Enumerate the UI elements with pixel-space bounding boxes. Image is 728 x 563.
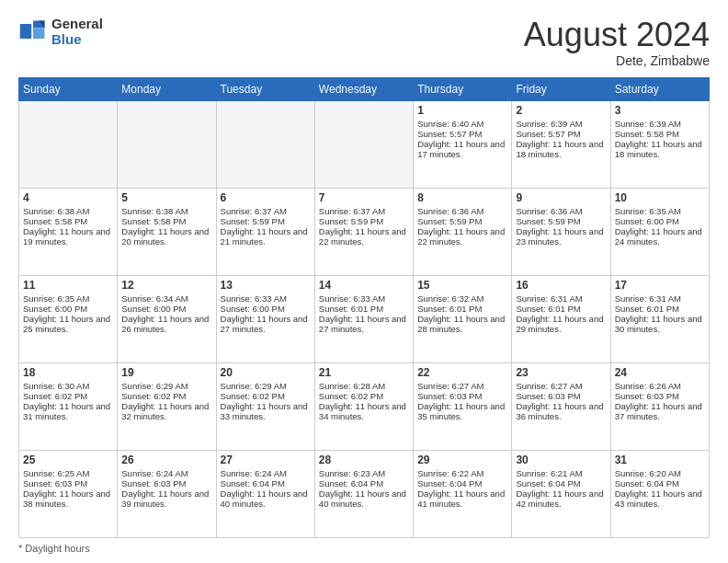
sunrise-text: Sunrise: 6:28 AM (319, 381, 409, 391)
calendar-cell: 20Sunrise: 6:29 AMSunset: 6:02 PMDayligh… (216, 362, 314, 450)
sunset-text: Sunset: 5:57 PM (417, 129, 507, 139)
calendar-week-3: 11Sunrise: 6:35 AMSunset: 6:00 PMDayligh… (19, 275, 710, 362)
logo-general-text: General (51, 17, 103, 32)
month-year: August 2024 (524, 17, 710, 53)
daylight-text: Daylight: 11 hours and 40 minutes. (319, 488, 409, 509)
sunset-text: Sunset: 6:00 PM (121, 304, 211, 314)
sunset-text: Sunset: 6:03 PM (516, 391, 606, 401)
day-number: 30 (516, 454, 606, 466)
calendar-cell: 23Sunrise: 6:27 AMSunset: 6:03 PMDayligh… (512, 362, 610, 450)
daylight-text: Daylight: 11 hours and 22 minutes. (319, 226, 409, 247)
calendar-week-4: 18Sunrise: 6:30 AMSunset: 6:02 PMDayligh… (19, 362, 710, 450)
sunrise-text: Sunrise: 6:32 AM (417, 293, 507, 304)
sunrise-text: Sunrise: 6:38 AM (23, 206, 113, 216)
day-number: 13 (221, 279, 311, 292)
sunset-text: Sunset: 6:01 PM (516, 304, 606, 314)
calendar-cell: 4Sunrise: 6:38 AMSunset: 5:58 PMDaylight… (19, 188, 118, 275)
calendar-cell: 5Sunrise: 6:38 AMSunset: 5:58 PMDaylight… (118, 188, 216, 275)
sunrise-text: Sunrise: 6:24 AM (121, 468, 211, 478)
day-number: 9 (516, 191, 606, 204)
day-number: 11 (23, 279, 113, 292)
sunset-text: Sunset: 6:04 PM (221, 478, 311, 488)
daylight-text: Daylight: 11 hours and 42 minutes. (516, 488, 606, 509)
sunrise-text: Sunrise: 6:21 AM (516, 468, 606, 478)
sunrise-text: Sunrise: 6:24 AM (221, 468, 311, 478)
logo: General Blue (18, 17, 103, 47)
sunrise-text: Sunrise: 6:40 AM (417, 119, 507, 129)
sunrise-text: Sunrise: 6:26 AM (615, 381, 705, 391)
daylight-text: Daylight: 11 hours and 40 minutes. (221, 488, 311, 509)
sunset-text: Sunset: 6:03 PM (615, 391, 705, 401)
sunrise-text: Sunrise: 6:33 AM (319, 293, 409, 304)
calendar-cell: 1Sunrise: 6:40 AMSunset: 5:57 PMDaylight… (414, 100, 512, 188)
calendar-cell: 3Sunrise: 6:39 AMSunset: 5:58 PMDaylight… (610, 100, 709, 188)
day-number: 1 (417, 104, 507, 117)
day-number: 28 (319, 454, 409, 466)
sunset-text: Sunset: 6:03 PM (121, 478, 211, 488)
calendar-header-row: SundayMondayTuesdayWednesdayThursdayFrid… (19, 77, 710, 100)
day-number: 26 (121, 454, 211, 466)
sunset-text: Sunset: 5:58 PM (23, 216, 113, 226)
calendar-cell: 19Sunrise: 6:29 AMSunset: 6:02 PMDayligh… (118, 362, 216, 450)
sunset-text: Sunset: 5:59 PM (221, 216, 311, 226)
calendar-header-saturday: Saturday (610, 77, 709, 100)
calendar-header-tuesday: Tuesday (216, 77, 314, 100)
calendar-cell: 26Sunrise: 6:24 AMSunset: 6:03 PMDayligh… (118, 450, 216, 537)
day-number: 15 (417, 279, 507, 292)
sunset-text: Sunset: 6:03 PM (23, 478, 113, 488)
calendar-cell: 7Sunrise: 6:37 AMSunset: 5:59 PMDaylight… (314, 188, 413, 275)
day-number: 4 (23, 191, 113, 204)
daylight-text: Daylight: 11 hours and 34 minutes. (319, 401, 409, 421)
calendar-cell: 21Sunrise: 6:28 AMSunset: 6:02 PMDayligh… (314, 362, 413, 450)
sunset-text: Sunset: 6:03 PM (417, 391, 507, 401)
header: General Blue August 2024 Dete, Zimbabwe (18, 17, 710, 68)
sunrise-text: Sunrise: 6:39 AM (516, 119, 606, 129)
daylight-text: Daylight: 11 hours and 27 minutes. (221, 314, 311, 334)
daylight-text: Daylight: 11 hours and 25 minutes. (23, 314, 113, 334)
day-number: 17 (615, 279, 705, 292)
calendar-cell (216, 100, 314, 188)
calendar-cell: 16Sunrise: 6:31 AMSunset: 6:01 PMDayligh… (512, 275, 610, 362)
page: General Blue August 2024 Dete, Zimbabwe … (0, 0, 728, 563)
daylight-text: Daylight: 11 hours and 37 minutes. (615, 401, 705, 421)
sunset-text: Sunset: 6:04 PM (417, 478, 507, 488)
sunset-text: Sunset: 6:02 PM (121, 391, 211, 401)
sunrise-text: Sunrise: 6:36 AM (417, 206, 507, 216)
day-number: 5 (121, 191, 211, 204)
calendar-cell (19, 100, 118, 188)
daylight-text: Daylight: 11 hours and 18 minutes. (516, 139, 606, 159)
day-number: 31 (615, 454, 705, 466)
daylight-text: Daylight: 11 hours and 28 minutes. (417, 314, 507, 334)
logo-blue-text: Blue (51, 32, 103, 48)
calendar-cell: 13Sunrise: 6:33 AMSunset: 6:00 PMDayligh… (216, 275, 314, 362)
daylight-text: Daylight: 11 hours and 18 minutes. (615, 139, 705, 159)
calendar-cell: 11Sunrise: 6:35 AMSunset: 6:00 PMDayligh… (19, 275, 118, 362)
day-number: 27 (221, 454, 311, 466)
calendar-header-wednesday: Wednesday (314, 77, 413, 100)
sunrise-text: Sunrise: 6:31 AM (516, 293, 606, 304)
calendar-cell: 9Sunrise: 6:36 AMSunset: 5:59 PMDaylight… (512, 188, 610, 275)
sunset-text: Sunset: 5:57 PM (516, 129, 606, 139)
calendar-header-friday: Friday (512, 77, 610, 100)
daylight-text: Daylight: 11 hours and 39 minutes. (121, 488, 211, 509)
day-number: 22 (417, 366, 507, 379)
day-number: 23 (516, 366, 606, 379)
calendar-header-monday: Monday (118, 77, 216, 100)
daylight-text: Daylight: 11 hours and 19 minutes. (23, 226, 113, 247)
daylight-text: Daylight: 11 hours and 17 minutes. (417, 139, 507, 159)
sunrise-text: Sunrise: 6:20 AM (615, 468, 705, 478)
calendar-cell: 30Sunrise: 6:21 AMSunset: 6:04 PMDayligh… (512, 450, 610, 537)
day-number: 12 (121, 279, 211, 292)
sunrise-text: Sunrise: 6:30 AM (23, 381, 113, 391)
sunrise-text: Sunrise: 6:29 AM (221, 381, 311, 391)
sunrise-text: Sunrise: 6:23 AM (319, 468, 409, 478)
sunrise-text: Sunrise: 6:34 AM (121, 293, 211, 304)
calendar-cell: 17Sunrise: 6:31 AMSunset: 6:01 PMDayligh… (610, 275, 709, 362)
sunset-text: Sunset: 6:01 PM (319, 304, 409, 314)
day-number: 3 (615, 104, 705, 117)
location: Dete, Zimbabwe (524, 53, 710, 68)
sunrise-text: Sunrise: 6:27 AM (516, 381, 606, 391)
calendar-week-1: 1Sunrise: 6:40 AMSunset: 5:57 PMDaylight… (19, 100, 710, 188)
calendar-cell (118, 100, 216, 188)
sunset-text: Sunset: 6:00 PM (23, 304, 113, 314)
